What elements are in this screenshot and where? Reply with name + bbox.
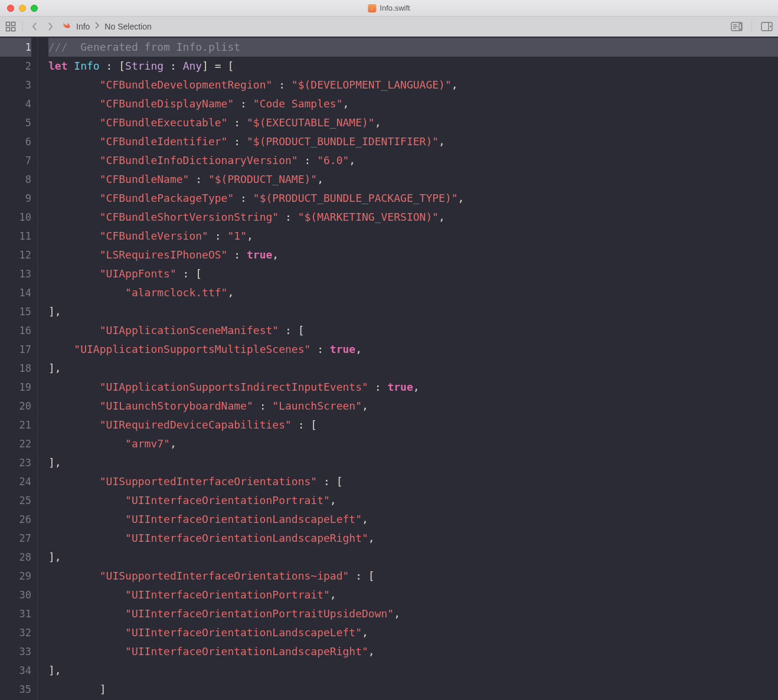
chevron-right-icon <box>94 21 100 31</box>
code-line[interactable]: "UIAppFonts" : [ <box>48 264 778 283</box>
line-number[interactable]: 31 <box>0 604 31 623</box>
jumpbar-separator <box>22 21 23 32</box>
line-number[interactable]: 20 <box>0 397 31 416</box>
line-number[interactable]: 26 <box>0 510 31 529</box>
line-number[interactable]: 22 <box>0 434 31 453</box>
window-titlebar: Info.swift <box>0 0 778 17</box>
line-number[interactable]: 5 <box>0 113 31 132</box>
code-line[interactable]: "CFBundleInfoDictionaryVersion" : "6.0", <box>48 151 778 170</box>
line-number[interactable]: 12 <box>0 246 31 264</box>
traffic-lights <box>0 5 38 12</box>
related-items-icon[interactable] <box>5 21 17 32</box>
line-number[interactable]: 6 <box>0 132 31 151</box>
close-window-button[interactable] <box>7 5 14 12</box>
line-number[interactable]: 33 <box>0 642 31 661</box>
line-number[interactable]: 18 <box>0 359 31 378</box>
line-number[interactable]: 1 <box>0 38 31 57</box>
code-line[interactable]: ], <box>48 359 778 378</box>
code-line[interactable]: "UIInterfaceOrientationLandscapeRight", <box>48 642 778 661</box>
code-line[interactable]: "alarmclock.ttf", <box>48 283 778 302</box>
code-line[interactable]: "CFBundleShortVersionString" : "$(MARKET… <box>48 208 778 227</box>
code-line[interactable]: "UISupportedInterfaceOrientations~ipad" … <box>48 567 778 585</box>
code-editor[interactable]: 1234567891011121314151617181920212223242… <box>0 37 778 700</box>
line-number[interactable]: 23 <box>0 453 31 472</box>
line-number[interactable]: 15 <box>0 302 31 321</box>
window-title-text: Info.swift <box>380 4 410 12</box>
breadcrumb-file[interactable]: Info <box>76 22 90 31</box>
code-line[interactable]: ], <box>48 302 778 321</box>
line-number[interactable]: 9 <box>0 189 31 208</box>
nav-forward-button[interactable] <box>44 21 56 32</box>
line-number[interactable]: 3 <box>0 76 31 94</box>
svg-rect-1 <box>12 22 15 25</box>
zoom-window-button[interactable] <box>31 5 38 12</box>
minimize-window-button[interactable] <box>19 5 26 12</box>
code-line[interactable]: "CFBundleVersion" : "1", <box>48 227 778 246</box>
code-line[interactable]: "CFBundleIdentifier" : "$(PRODUCT_BUNDLE… <box>48 132 778 151</box>
line-number[interactable]: 25 <box>0 491 31 510</box>
jump-bar: Info No Selection <box>0 17 778 37</box>
line-number[interactable]: 17 <box>0 340 31 359</box>
line-number[interactable]: 19 <box>0 378 31 397</box>
code-line[interactable]: "UIApplicationSceneManifest" : [ <box>48 321 778 340</box>
code-line[interactable]: "CFBundleDevelopmentRegion" : "$(DEVELOP… <box>48 76 778 94</box>
line-number[interactable]: 24 <box>0 472 31 491</box>
code-line[interactable]: "UIRequiredDeviceCapabilities" : [ <box>48 416 778 434</box>
code-line[interactable]: "UILaunchStoryboardName" : "LaunchScreen… <box>48 397 778 416</box>
code-line[interactable]: "UIInterfaceOrientationPortrait", <box>48 491 778 510</box>
line-number[interactable]: 10 <box>0 208 31 227</box>
code-line[interactable]: ], <box>48 548 778 567</box>
swift-bird-icon <box>61 20 71 33</box>
svg-rect-8 <box>739 24 741 30</box>
svg-rect-3 <box>12 27 15 31</box>
code-line[interactable]: ], <box>48 661 778 680</box>
line-number[interactable]: 27 <box>0 529 31 548</box>
code-line[interactable]: "CFBundleDisplayName" : "Code Samples", <box>48 94 778 113</box>
code-line[interactable]: /// Generated from Info.plist <box>48 38 778 57</box>
code-line[interactable]: "LSRequiresIPhoneOS" : true, <box>48 246 778 264</box>
code-line[interactable]: "armv7", <box>48 434 778 453</box>
code-line[interactable]: ] <box>48 680 778 699</box>
line-number[interactable]: 8 <box>0 170 31 189</box>
jumpbar-separator-right <box>751 21 752 32</box>
code-line[interactable]: "UIApplicationSupportsIndirectInputEvent… <box>48 378 778 397</box>
code-line[interactable]: "UIApplicationSupportsMultipleScenes" : … <box>48 340 778 359</box>
nav-back-button[interactable] <box>29 21 41 32</box>
code-line[interactable]: "UIInterfaceOrientationPortrait", <box>48 585 778 604</box>
line-number[interactable]: 11 <box>0 227 31 246</box>
window-title: Info.swift <box>368 4 410 12</box>
line-number[interactable]: 7 <box>0 151 31 170</box>
code-line[interactable]: "UISupportedInterfaceOrientations" : [ <box>48 472 778 491</box>
editor-layout-controls <box>730 21 773 32</box>
code-line[interactable]: "CFBundlePackageType" : "$(PRODUCT_BUNDL… <box>48 189 778 208</box>
code-area[interactable]: /// Generated from Info.plistlet Info : … <box>38 37 778 700</box>
code-line[interactable]: "UIInterfaceOrientationLandscapeLeft", <box>48 623 778 642</box>
code-line[interactable]: let Info : [String : Any] = [ <box>48 57 778 76</box>
code-line[interactable]: ], <box>48 453 778 472</box>
code-line[interactable]: "CFBundleName" : "$(PRODUCT_NAME)", <box>48 170 778 189</box>
code-line[interactable]: "UIInterfaceOrientationLandscapeRight", <box>48 529 778 548</box>
line-number[interactable]: 13 <box>0 264 31 283</box>
code-line[interactable]: "UIInterfaceOrientationLandscapeLeft", <box>48 510 778 529</box>
line-number[interactable]: 4 <box>0 94 31 113</box>
line-number[interactable]: 29 <box>0 567 31 585</box>
line-number[interactable]: 21 <box>0 416 31 434</box>
line-number[interactable]: 14 <box>0 283 31 302</box>
code-line[interactable]: "CFBundleExecutable" : "$(EXECUTABLE_NAM… <box>48 113 778 132</box>
line-number[interactable]: 34 <box>0 661 31 680</box>
svg-rect-0 <box>6 22 10 25</box>
line-number[interactable]: 16 <box>0 321 31 340</box>
line-number[interactable]: 35 <box>0 680 31 699</box>
minimap-toggle-icon[interactable] <box>730 21 743 32</box>
line-number[interactable]: 30 <box>0 585 31 604</box>
line-number-gutter[interactable]: 1234567891011121314151617181920212223242… <box>0 37 38 700</box>
breadcrumb-selection[interactable]: No Selection <box>104 22 151 31</box>
line-number[interactable]: 2 <box>0 57 31 76</box>
line-number[interactable]: 32 <box>0 623 31 642</box>
svg-rect-2 <box>6 27 10 31</box>
add-editor-icon[interactable] <box>760 21 773 32</box>
swift-file-icon <box>368 4 376 12</box>
line-number[interactable]: 28 <box>0 548 31 567</box>
code-line[interactable]: "UIInterfaceOrientationPortraitUpsideDow… <box>48 604 778 623</box>
